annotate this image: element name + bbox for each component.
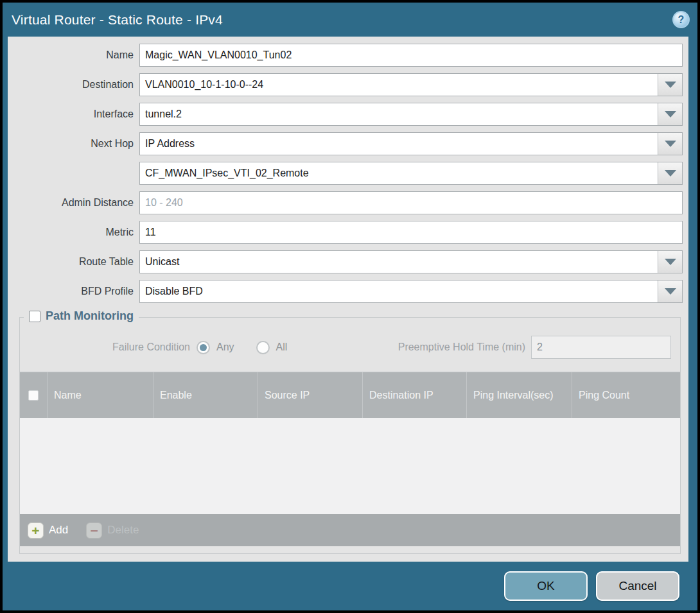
admin-distance-row: Admin Distance [8,191,683,214]
interface-row: Interface tunnel.2 [8,103,683,126]
column-header-ping-interval[interactable]: Ping Interval(sec) [466,372,572,418]
dialog-content: Name Destination VLAN0010_10-1-10-0--24 … [8,37,688,562]
path-monitoring-group: Path Monitoring Failure Condition Any Al… [19,317,681,554]
admin-distance-label: Admin Distance [8,197,139,209]
name-row: Name [8,44,683,67]
column-header-ping-count[interactable]: Ping Count [572,372,680,418]
name-label: Name [8,49,139,61]
next-hop-value: IP Address [140,133,658,155]
add-button-label: Add [49,524,68,537]
bfd-profile-dropdown-button[interactable] [658,281,682,302]
interface-label: Interface [8,108,139,120]
destination-combo[interactable]: VLAN0010_10-1-10-0--24 [139,73,683,96]
add-button[interactable]: + Add [28,522,68,539]
bfd-profile-combo[interactable]: Disable BFD [139,280,683,303]
next-hop-row: Next Hop IP Address [8,132,683,155]
metric-field-wrap [139,221,683,244]
route-table-combo[interactable]: Unicast [139,250,683,273]
static-route-dialog: Virtual Router - Static Route - IPv4 ? N… [3,3,697,610]
interface-value: tunnel.2 [140,103,658,125]
select-all-cell [20,372,47,418]
path-monitoring-title: Path Monitoring [46,309,134,323]
next-hop-address-dropdown-button[interactable] [658,162,682,184]
column-header-name[interactable]: Name [47,372,153,418]
preemptive-hold-time-field-wrap [531,336,671,359]
chevron-down-icon [665,111,676,117]
name-field-wrap [139,44,683,67]
chevron-down-icon [665,82,676,88]
admin-distance-input[interactable] [140,192,682,214]
bfd-profile-row: BFD Profile Disable BFD [8,280,683,303]
interface-combo[interactable]: tunnel.2 [139,103,683,126]
dialog-titlebar: Virtual Router - Static Route - IPv4 ? [3,3,697,37]
interface-dropdown-button[interactable] [658,103,682,125]
route-table-value: Unicast [140,251,658,273]
failure-condition-all-option[interactable]: All [256,341,288,354]
select-all-checkbox[interactable] [28,390,39,401]
route-table-label: Route Table [8,256,139,268]
chevron-down-icon [665,259,676,265]
radio-any-label: Any [216,341,234,353]
route-table-row: Route Table Unicast [8,250,683,273]
plus-icon: + [28,522,44,539]
path-monitoring-table: Name Enable Source IP Destination IP Pin… [20,372,680,546]
metric-input[interactable] [140,221,682,243]
destination-label: Destination [8,79,139,91]
chevron-down-icon [665,141,676,147]
dialog-footer: OK Cancel [3,562,697,610]
ok-button[interactable]: OK [504,571,588,601]
radio-all-label: All [276,341,288,353]
delete-button[interactable]: − Delete [86,522,139,539]
chevron-down-icon [665,170,676,177]
table-body-empty [20,418,680,514]
failure-condition-any-option[interactable]: Any [197,341,234,354]
name-input[interactable] [140,44,682,66]
next-hop-address-value: CF_MWAN_IPsec_VTI_02_Remote [140,162,658,184]
next-hop-address-row: CF_MWAN_IPsec_VTI_02_Remote [8,162,683,185]
metric-row: Metric [8,221,683,244]
chevron-down-icon [665,288,676,295]
path-monitoring-legend: Path Monitoring [24,309,139,323]
failure-condition-label: Failure Condition [20,341,197,353]
destination-row: Destination VLAN0010_10-1-10-0--24 [8,73,683,96]
path-monitoring-checkbox[interactable] [29,311,40,322]
next-hop-combo[interactable]: IP Address [139,132,683,155]
next-hop-address-combo[interactable]: CF_MWAN_IPsec_VTI_02_Remote [139,162,683,185]
next-hop-dropdown-button[interactable] [658,133,682,155]
column-header-source-ip[interactable]: Source IP [258,372,362,418]
radio-any-icon[interactable] [197,341,210,354]
help-icon[interactable]: ? [672,11,690,28]
next-hop-label: Next Hop [8,138,139,150]
minus-icon: − [86,522,102,539]
preemptive-hold-time-group: Preemptive Hold Time (min) [398,336,671,359]
bfd-profile-value: Disable BFD [140,281,658,302]
dialog-title: Virtual Router - Static Route - IPv4 [12,12,223,28]
cancel-button[interactable]: Cancel [596,571,679,601]
preemptive-hold-time-label: Preemptive Hold Time (min) [398,341,531,353]
failure-condition-row: Failure Condition Any All Preemptive Hol… [20,336,671,359]
table-header-row: Name Enable Source IP Destination IP Pin… [20,372,680,418]
destination-dropdown-button[interactable] [658,74,682,96]
admin-distance-field-wrap [139,191,683,214]
column-header-enable[interactable]: Enable [153,372,258,418]
radio-all-icon[interactable] [256,341,270,354]
route-table-dropdown-button[interactable] [658,251,682,273]
column-header-destination-ip[interactable]: Destination IP [362,372,466,418]
metric-label: Metric [8,227,139,238]
preemptive-hold-time-input [532,336,675,358]
delete-button-label: Delete [107,524,139,537]
destination-value: VLAN0010_10-1-10-0--24 [140,74,658,96]
bfd-profile-label: BFD Profile [8,286,139,297]
table-toolbar: + Add − Delete [20,514,680,546]
